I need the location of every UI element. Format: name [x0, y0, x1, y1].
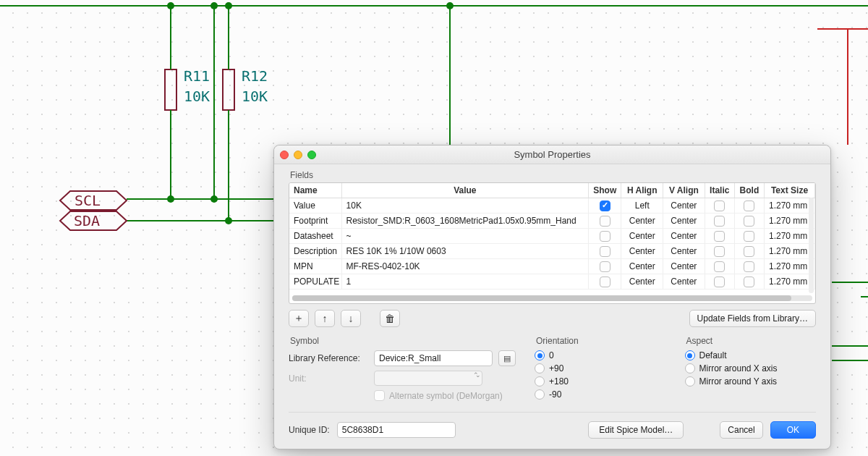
- cell-halign[interactable]: Center: [621, 259, 663, 274]
- cell-valign[interactable]: Center: [663, 244, 705, 259]
- add-row-button[interactable]: ＋: [289, 310, 309, 327]
- cell-name[interactable]: Footprint: [289, 214, 341, 229]
- orientation-180[interactable]: +180: [535, 376, 666, 387]
- show-checkbox[interactable]: [600, 231, 610, 242]
- minimize-icon[interactable]: [294, 151, 302, 159]
- col-value[interactable]: Value: [341, 183, 589, 198]
- col-valign[interactable]: V Align: [663, 183, 705, 198]
- cell-name[interactable]: Value: [289, 198, 341, 214]
- unique-id-label: Unique ID:: [289, 425, 330, 435]
- aspect-mirror-y[interactable]: Mirror around Y axis: [685, 376, 817, 387]
- cancel-button[interactable]: Cancel: [720, 421, 762, 439]
- italic-checkbox[interactable]: [714, 276, 725, 287]
- move-down-button[interactable]: ↓: [341, 310, 361, 327]
- alternate-symbol-label: Alternate symbol (DeMorgan): [389, 391, 503, 401]
- update-fields-button[interactable]: Update Fields from Library…: [689, 310, 816, 327]
- unit-select[interactable]: [374, 371, 482, 386]
- unique-id-input[interactable]: [337, 422, 456, 438]
- value-r12: 10K: [242, 88, 268, 105]
- bold-checkbox[interactable]: [744, 261, 754, 272]
- edit-spice-button[interactable]: Edit Spice Model…: [588, 421, 684, 439]
- show-checkbox[interactable]: [600, 216, 610, 227]
- cell-textsize[interactable]: 1.270 mm: [764, 214, 814, 229]
- refdes-r11: R11: [184, 67, 210, 85]
- bold-checkbox[interactable]: [744, 231, 754, 242]
- orientation-0[interactable]: 0: [535, 350, 666, 360]
- col-name[interactable]: Name: [289, 183, 341, 198]
- italic-checkbox[interactable]: [714, 261, 725, 272]
- svg-point-21: [225, 217, 232, 224]
- cell-valign[interactable]: Center: [663, 259, 705, 274]
- browse-library-button[interactable]: ▤: [498, 350, 516, 366]
- cell-name[interactable]: Description: [289, 244, 341, 259]
- cell-name[interactable]: Datasheet: [289, 229, 341, 244]
- table-row[interactable]: DescriptionRES 10K 1% 1/10W 0603CenterCe…: [289, 244, 815, 259]
- zoom-icon[interactable]: [307, 151, 316, 159]
- cell-value[interactable]: 10K: [341, 198, 589, 214]
- delete-row-button[interactable]: 🗑: [380, 310, 400, 327]
- table-row[interactable]: POPULATE1CenterCenter1.270 mm: [289, 274, 815, 290]
- col-show[interactable]: Show: [589, 183, 621, 198]
- table-row[interactable]: MPNMF-RES-0402-10KCenterCenter1.270 mm: [289, 259, 815, 274]
- cell-textsize[interactable]: 1.270 mm: [764, 259, 814, 274]
- table-row[interactable]: FootprintResistor_SMD:R_0603_1608MetricP…: [289, 214, 815, 229]
- library-reference-input[interactable]: [374, 350, 493, 366]
- cell-halign[interactable]: Center: [621, 274, 663, 290]
- orientation-90[interactable]: +90: [535, 363, 666, 373]
- italic-checkbox[interactable]: [714, 246, 725, 257]
- cell-textsize[interactable]: 1.270 mm: [764, 229, 814, 244]
- value-r11: 10K: [184, 88, 210, 105]
- cell-value[interactable]: 1: [341, 274, 589, 290]
- italic-checkbox[interactable]: [714, 200, 725, 211]
- move-up-button[interactable]: ↑: [315, 310, 335, 327]
- cell-value[interactable]: Resistor_SMD:R_0603_1608MetricPad1.05x0.…: [341, 214, 589, 229]
- vertical-scrollbar[interactable]: [809, 198, 814, 293]
- show-checkbox[interactable]: [600, 246, 610, 257]
- bold-checkbox[interactable]: [744, 200, 754, 211]
- titlebar[interactable]: Symbol Properties: [274, 145, 830, 164]
- cell-textsize[interactable]: 1.270 mm: [764, 274, 814, 290]
- cell-value[interactable]: MF-RES-0402-10K: [341, 259, 589, 274]
- col-bold[interactable]: Bold: [734, 183, 764, 198]
- cell-halign[interactable]: Left: [621, 198, 663, 214]
- bold-checkbox[interactable]: [744, 246, 754, 257]
- show-checkbox[interactable]: [600, 200, 610, 211]
- orientation-m90[interactable]: -90: [535, 389, 666, 400]
- horizontal-scrollbar[interactable]: [292, 295, 812, 301]
- svg-point-15: [167, 2, 174, 9]
- italic-checkbox[interactable]: [714, 216, 725, 227]
- table-row[interactable]: Value10KLeftCenter1.270 mm: [289, 198, 815, 214]
- cell-valign[interactable]: Center: [663, 274, 705, 290]
- cell-textsize[interactable]: 1.270 mm: [764, 244, 814, 259]
- cell-value[interactable]: RES 10K 1% 1/10W 0603: [341, 244, 589, 259]
- cell-value[interactable]: ~: [341, 229, 589, 244]
- fields-table[interactable]: Name Value Show H Align V Align Italic B…: [289, 182, 816, 304]
- cell-valign[interactable]: Center: [663, 229, 705, 244]
- italic-checkbox[interactable]: [714, 231, 725, 242]
- show-checkbox[interactable]: [600, 261, 610, 272]
- aspect-mirror-x[interactable]: Mirror around X axis: [685, 363, 817, 373]
- aspect-default[interactable]: Default: [685, 350, 817, 360]
- cell-textsize[interactable]: 1.270 mm: [764, 198, 814, 214]
- netlabel-sda: SDA: [74, 212, 100, 229]
- cell-halign[interactable]: Center: [621, 214, 663, 229]
- col-italic[interactable]: Italic: [705, 183, 734, 198]
- svg-point-17: [225, 2, 232, 9]
- cell-name[interactable]: POPULATE: [289, 274, 341, 290]
- ok-button[interactable]: OK: [770, 421, 816, 439]
- orientation-section-label: Orientation: [536, 336, 666, 346]
- cell-valign[interactable]: Center: [663, 198, 705, 214]
- close-icon[interactable]: [280, 151, 289, 159]
- svg-point-16: [210, 2, 218, 9]
- bold-checkbox[interactable]: [744, 216, 754, 227]
- col-halign[interactable]: H Align: [621, 183, 663, 198]
- cell-halign[interactable]: Center: [621, 229, 663, 244]
- aspect-section-label: Aspect: [686, 336, 817, 346]
- table-row[interactable]: Datasheet~CenterCenter1.270 mm: [289, 229, 815, 244]
- bold-checkbox[interactable]: [744, 276, 754, 287]
- col-textsize[interactable]: Text Size: [764, 183, 814, 198]
- cell-halign[interactable]: Center: [621, 244, 663, 259]
- cell-valign[interactable]: Center: [663, 214, 705, 229]
- cell-name[interactable]: MPN: [289, 259, 341, 274]
- show-checkbox[interactable]: [600, 276, 610, 287]
